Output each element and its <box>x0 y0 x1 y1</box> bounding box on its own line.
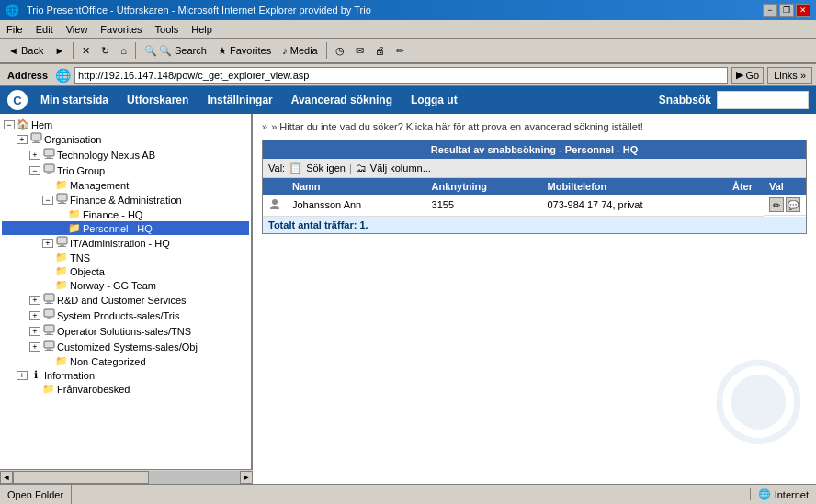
nav-min-startsida[interactable]: Min startsida <box>31 86 118 114</box>
sidebar-item-organisation[interactable]: +Organisation <box>2 131 249 147</box>
select-column-button[interactable]: Välj kolumn... <box>370 162 431 174</box>
expand-icon[interactable]: + <box>29 342 40 352</box>
sidebar-item-finance-hq[interactable]: 📁Finance - HQ <box>2 207 249 221</box>
expand-icon <box>42 253 53 263</box>
favorites-button[interactable]: ★ Favorites <box>213 40 276 61</box>
tree-item-label: Non Categorized <box>68 356 146 367</box>
horizontal-scrollbar[interactable]: ◄ ► <box>0 469 253 484</box>
edit-button[interactable]: ✏ <box>391 40 409 61</box>
menu-edit[interactable]: Edit <box>33 23 56 36</box>
tree-item-label: TNS <box>68 252 90 263</box>
window-title: Trio PresentOffice - Utforskaren - Micro… <box>27 5 371 16</box>
expand-icon[interactable]: + <box>29 151 40 160</box>
sidebar-item-non-cat[interactable]: 📁Non Categorized <box>2 354 249 368</box>
svg-rect-12 <box>57 237 67 244</box>
tree-item-label: Finance & Administration <box>68 195 182 206</box>
expand-icon[interactable]: + <box>42 239 53 248</box>
mail-button[interactable]: ✉ <box>351 40 368 61</box>
expand-icon[interactable]: + <box>17 371 28 380</box>
nav-installningar[interactable]: Inställningar <box>198 86 281 114</box>
go-button[interactable]: ▶ Go <box>731 67 764 84</box>
hint-text[interactable]: » » Hittar du inte vad du söker? Klicka … <box>262 121 807 132</box>
search-again-icon: 📋 <box>289 162 302 174</box>
col-namn: Namn <box>287 178 426 195</box>
sidebar-item-franvaro[interactable]: 📁Frånvarobesked <box>2 382 249 396</box>
sidebar-item-rnd[interactable]: +R&D and Customer Services <box>2 292 249 308</box>
row-namn: Johansson Ann <box>287 195 426 216</box>
sidebar-item-management[interactable]: 📁Management <box>2 178 249 192</box>
menu-help[interactable]: Help <box>188 23 215 36</box>
expand-icon[interactable]: + <box>29 311 40 320</box>
scroll-left-button[interactable]: ◄ <box>0 471 13 484</box>
scroll-right-button[interactable]: ► <box>240 471 253 484</box>
expand-icon[interactable]: + <box>17 135 28 144</box>
search-button[interactable]: 🔍 🔍 Search <box>140 40 211 61</box>
svg-rect-26 <box>45 350 53 351</box>
expand-icon[interactable]: − <box>29 166 40 175</box>
scroll-track <box>13 471 240 484</box>
go-label: Go <box>745 70 759 81</box>
print-button[interactable]: 🖨 <box>370 40 390 61</box>
search-icon: 🔍 <box>144 45 157 57</box>
tree-item-label: IT/Administration - HQ <box>68 238 170 249</box>
menu-file[interactable]: File <box>4 23 26 36</box>
chat-icon[interactable]: 💬 <box>786 197 800 212</box>
expand-icon[interactable]: + <box>29 327 40 336</box>
menu-view[interactable]: View <box>63 23 91 36</box>
address-input[interactable] <box>74 67 728 84</box>
sidebar-item-objecta[interactable]: 📁Objecta <box>2 264 249 278</box>
tree-item-icon <box>42 148 55 162</box>
expand-icon[interactable]: − <box>4 120 15 129</box>
forward-button[interactable]: ► <box>50 40 69 61</box>
refresh-button[interactable]: ↻ <box>96 40 114 61</box>
sidebar-item-trio-group[interactable]: −Trio Group <box>2 162 249 178</box>
sidebar-item-hem[interactable]: −🏠Hem <box>2 118 249 131</box>
select-column-icon: 🗂 <box>356 162 367 174</box>
svg-rect-14 <box>58 246 66 247</box>
edit-icon[interactable]: ✏ <box>769 197 784 212</box>
restore-button[interactable]: ❐ <box>779 4 794 17</box>
sidebar-item-system-prod[interactable]: +System Products-sales/Tris <box>2 308 249 323</box>
sidebar-item-finance-admin[interactable]: −Finance & Administration <box>2 192 249 207</box>
menu-tools[interactable]: Tools <box>153 23 182 36</box>
sidebar-item-norway-gg[interactable]: 📁Norway - GG Team <box>2 278 249 292</box>
sidebar-item-customized-sys[interactable]: +Customized Systems-sales/Obj <box>2 339 249 354</box>
minimize-button[interactable]: − <box>763 4 777 17</box>
svg-rect-9 <box>57 194 67 201</box>
expand-icon[interactable]: + <box>29 296 40 305</box>
sidebar-item-tech-nexus[interactable]: +Technology Nexus AB <box>2 147 249 162</box>
sidebar-item-operator-sol[interactable]: +Operator Solutions-sales/TNS <box>2 323 249 339</box>
snabbsok-input[interactable] <box>717 91 809 109</box>
scroll-thumb[interactable] <box>13 471 149 484</box>
sidebar-item-information[interactable]: +ℹInformation <box>2 368 249 382</box>
internet-label: Internet <box>775 489 809 500</box>
back-button[interactable]: ◄ Back <box>4 40 48 61</box>
svg-rect-24 <box>44 341 54 348</box>
sidebar-item-tns[interactable]: 📁TNS <box>2 251 249 264</box>
history-button[interactable]: ◷ <box>331 40 349 61</box>
tree-item-label: Management <box>68 180 129 191</box>
nav-avancerad-sokning[interactable]: Avancerad sökning <box>282 86 402 114</box>
sidebar-item-it-admin-hq[interactable]: +IT/Administration - HQ <box>2 235 249 251</box>
row-person-icon <box>263 195 287 216</box>
media-button[interactable]: ♪ Media <box>278 40 323 61</box>
row-mobiltelefon: 073-984 17 74, privat <box>542 195 728 216</box>
tree-item-icon: 📁 <box>68 222 81 234</box>
menu-favorites[interactable]: Favorites <box>97 23 144 36</box>
row-val[interactable]: ✏💬 <box>764 195 806 216</box>
nav-logga-ut[interactable]: Logga ut <box>402 86 467 114</box>
close-button[interactable]: ✕ <box>796 4 810 17</box>
svg-rect-17 <box>45 303 53 304</box>
home-button[interactable]: ⌂ <box>116 40 131 61</box>
tree-item-icon <box>55 193 68 207</box>
stop-button[interactable]: ✕ <box>77 40 95 61</box>
sidebar-item-personnel-hq[interactable]: 📁Personnel - HQ <box>2 221 249 235</box>
search-again-button[interactable]: Sök igen <box>306 162 346 174</box>
tree-item-icon: 📁 <box>55 279 68 291</box>
links-button[interactable]: Links » <box>767 67 812 84</box>
nav-utforskaren[interactable]: Utforskaren <box>118 86 198 114</box>
col-mobiltelefon: Mobiltelefon <box>542 178 728 195</box>
expand-icon[interactable]: − <box>42 196 53 205</box>
go-arrow-icon: ▶ <box>736 69 743 81</box>
svg-rect-8 <box>45 174 53 174</box>
